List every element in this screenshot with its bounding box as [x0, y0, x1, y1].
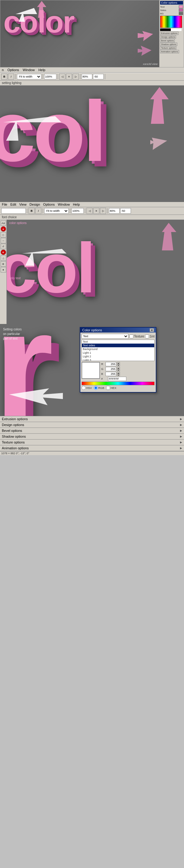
shadow-btn2[interactable]: Shadow options — [160, 42, 177, 46]
list-item-light1[interactable]: Light 1 — [82, 351, 154, 354]
color-parts-list[interactable]: Text Text sides Background Light 1 Light… — [82, 340, 155, 361]
texture-checkbox[interactable] — [129, 334, 133, 338]
menu2-design[interactable]: Design — [29, 202, 40, 207]
dialog-close-btn[interactable]: ✕ — [150, 328, 154, 332]
shadow-options-row[interactable]: Shadow options ▶ — [0, 434, 184, 439]
g-down[interactable]: ▼ — [117, 369, 120, 371]
list-item-textsides[interactable]: Text sides — [82, 344, 154, 347]
ltb-shadow-btn[interactable]: ⊞ — [1, 261, 6, 267]
ltb-font-btn[interactable]: Aa — [1, 220, 6, 226]
b-spin[interactable]: ▲ ▼ — [117, 372, 120, 376]
r-row: R ▲ ▼ — [101, 362, 155, 366]
g-input[interactable] — [105, 367, 116, 371]
zoom-input-2[interactable] — [71, 208, 84, 214]
animation-btn2[interactable]: Animation options — [160, 50, 179, 53]
menu2-help[interactable]: Help — [72, 202, 81, 207]
tb2-italic[interactable]: I — [35, 208, 41, 214]
width-input-2[interactable] — [109, 208, 120, 214]
design-options-row[interactable]: Design options ▶ — [0, 422, 184, 428]
tb-align-center[interactable]: ≡ — [66, 73, 72, 80]
shadow-arrow-icon: ▶ — [180, 435, 182, 438]
tint-checkbox-label[interactable]: 1int — [145, 334, 155, 338]
menu-help[interactable]: Help — [38, 68, 46, 72]
menu-n[interactable]: n — [1, 68, 4, 72]
rainbow-bar[interactable] — [82, 381, 155, 385]
font-name-input[interactable]: Agenda — [1, 208, 26, 214]
tb-bold[interactable]: B — [1, 73, 7, 80]
tint-checkbox[interactable] — [145, 334, 149, 338]
animation-options-row[interactable]: Animation options ▶ — [0, 445, 184, 451]
hsv-radio[interactable] — [82, 386, 86, 390]
b-up[interactable]: ▲ — [117, 372, 120, 374]
bevel-arrow-icon: ▶ — [180, 429, 182, 432]
sep-t2-2 — [42, 208, 43, 214]
zoom-input[interactable] — [44, 74, 56, 80]
tb-align-left[interactable]: ◁ — [59, 73, 65, 80]
texture-checkbox-label[interactable]: Texture — [129, 334, 144, 338]
tb2-ac[interactable]: ≡ — [93, 208, 99, 214]
angle-input-2[interactable] — [120, 208, 131, 214]
r-input[interactable] — [105, 362, 116, 366]
color-part-dropdown[interactable]: Text — [82, 334, 128, 339]
tb-align-right[interactable]: ▷ — [73, 73, 79, 80]
menu2-view[interactable]: View — [19, 202, 27, 207]
color-swatch-bg[interactable] — [179, 12, 183, 15]
color-swatch-text[interactable] — [179, 5, 183, 8]
g-spin[interactable]: ▲ ▼ — [117, 367, 120, 371]
ltb-color-btn[interactable]: ● — [1, 226, 6, 232]
canvas-section-4: Aa ● ◻ ↔ ↺ ⊗ △ ⊞ ★ color options only te… — [0, 220, 184, 324]
r-down[interactable]: ▼ — [117, 364, 120, 366]
ltb-move-btn[interactable]: ↔ — [1, 238, 6, 243]
hex-input[interactable] — [108, 377, 126, 381]
b-input[interactable] — [105, 372, 116, 376]
rgb-radio[interactable] — [94, 386, 98, 390]
menu-window[interactable]: Window — [22, 68, 35, 72]
list-item-background[interactable]: Background — [82, 347, 154, 351]
bevel-btn[interactable]: Bevel options — [160, 39, 175, 42]
ltb-shape-btn[interactable]: ◻ — [1, 232, 6, 238]
extrusion-btn[interactable]: Extrusion options — [160, 32, 179, 35]
b-down[interactable]: ▼ — [117, 374, 120, 376]
ltb-bevel-btn[interactable]: △ — [1, 255, 6, 261]
hex-radio[interactable] — [106, 386, 110, 390]
hex-radio-label[interactable]: HEX — [106, 386, 117, 390]
fit-to-width-dropdown[interactable]: Fit to width — [17, 74, 41, 80]
angle-input[interactable] — [93, 74, 104, 80]
bevel-options-row[interactable]: Bevel options ▶ — [0, 428, 184, 434]
shadow-options-label: Shadow options — [2, 435, 180, 438]
list-item-text[interactable]: Text — [82, 340, 154, 344]
design-btn[interactable]: Design options — [160, 35, 176, 39]
menu2-window[interactable]: Window — [57, 202, 70, 207]
ltb-extrude-btn[interactable]: ⊗ — [1, 249, 6, 255]
tb-italic[interactable]: I — [8, 73, 14, 80]
rgb-radio-label[interactable]: RGB — [94, 386, 104, 390]
tb2-al[interactable]: ◁ — [87, 208, 93, 214]
sep-t2-3 — [70, 208, 70, 214]
ltb-rotate-btn[interactable]: ↺ — [1, 244, 6, 249]
fit-width-dropdown-2[interactable]: Fit to width — [44, 208, 69, 214]
ltb-anim-btn[interactable]: ★ — [1, 267, 6, 273]
g-up[interactable]: ▲ — [117, 367, 120, 369]
r-spin[interactable]: ▲ ▼ — [117, 362, 120, 366]
svg-marker-8 — [162, 223, 176, 250]
menu2-options[interactable]: Options — [42, 202, 56, 207]
font-choice-label: font choice — [2, 215, 17, 219]
extrusion-options-row[interactable]: Extrusion options ▶ — [0, 416, 184, 422]
tb2-bold[interactable]: B — [29, 208, 35, 214]
dialog-titlebar: Color options ✕ — [80, 328, 156, 333]
r-up[interactable]: ▲ — [117, 362, 120, 364]
menu2-file[interactable]: File — [1, 202, 8, 207]
list-item-light2[interactable]: Light 2 — [82, 354, 154, 358]
list-item-light3[interactable]: Light 3 — [82, 358, 154, 361]
texture-btn2[interactable]: Texture options — [160, 46, 176, 50]
width-input[interactable] — [82, 74, 92, 80]
color-swatch-sides[interactable] — [179, 8, 183, 12]
menu-options[interactable]: Options — [7, 68, 20, 72]
texture-options-row[interactable]: Texture options ▶ — [0, 439, 184, 445]
canvas4-arrow-pink — [159, 223, 178, 250]
menu2-edit[interactable]: Edit — [10, 202, 17, 207]
rgb-sliders: R ▲ ▼ G ▲ ▼ — [101, 362, 155, 381]
color-picker[interactable] — [160, 16, 182, 28]
hsv-radio-label[interactable]: HSV — [82, 386, 92, 390]
tb2-ar[interactable]: ▷ — [100, 208, 106, 214]
